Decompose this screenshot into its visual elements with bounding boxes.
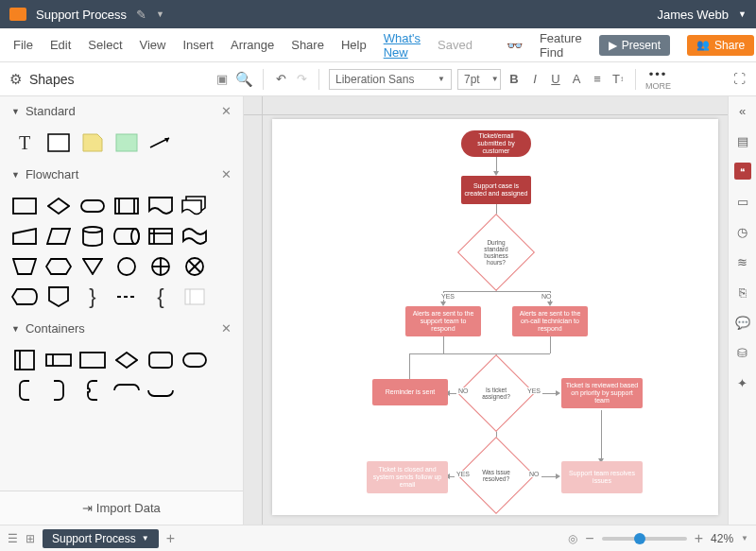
shape-c7[interactable]: [11, 379, 38, 402]
shape-c6[interactable]: [181, 349, 208, 371]
cat-flowchart[interactable]: ▼ Flowchart ✕: [0, 160, 243, 189]
doc-title[interactable]: Support Process: [36, 8, 127, 22]
shape-doc[interactable]: [147, 195, 174, 217]
shape-brace-l[interactable]: {: [147, 285, 174, 308]
shape-c2[interactable]: [45, 349, 72, 371]
shape-internal[interactable]: [147, 225, 174, 248]
shape-dash[interactable]: [113, 285, 140, 308]
collapse-icon[interactable]: «: [734, 102, 751, 119]
cat-containers[interactable]: ▼ Containers ✕: [0, 314, 243, 343]
node-case-created[interactable]: Support case is created and assigned: [461, 176, 531, 204]
list-icon[interactable]: ☰: [8, 532, 18, 545]
node-decision-hours[interactable]: During standard business hours?: [469, 225, 524, 280]
close-icon[interactable]: ✕: [221, 167, 232, 181]
history-icon[interactable]: ◷: [734, 223, 751, 240]
shape-manualop[interactable]: [11, 255, 38, 278]
underline-icon[interactable]: U: [548, 72, 563, 87]
shape-connector[interactable]: [113, 255, 140, 278]
font-size-select[interactable]: 7pt ▼: [457, 69, 501, 90]
font-select[interactable]: Liberation Sans ▼: [329, 69, 452, 90]
shape-rect[interactable]: [45, 131, 72, 154]
fullscreen-icon[interactable]: ⛶: [731, 72, 747, 87]
shape-offpage[interactable]: [45, 285, 72, 308]
shape-prep[interactable]: [45, 255, 72, 278]
node-alerts-team[interactable]: Alerts are sent to the support team to r…: [405, 306, 481, 336]
text-color-icon[interactable]: A: [569, 72, 584, 87]
menu-file[interactable]: File: [13, 38, 33, 52]
close-icon[interactable]: ✕: [221, 321, 232, 336]
grid-icon[interactable]: ⊞: [26, 532, 35, 545]
node-review[interactable]: Ticket is reviewed based on priority by …: [561, 378, 643, 408]
shape-database[interactable]: [79, 225, 106, 248]
share-button[interactable]: 👥 Share: [687, 35, 754, 56]
shape-text[interactable]: T: [11, 131, 38, 154]
shape-c9[interactable]: [79, 379, 106, 402]
export-icon[interactable]: ⎘: [734, 284, 751, 301]
shape-input[interactable]: [11, 225, 38, 248]
text-icon[interactable]: T↕: [610, 72, 626, 87]
menu-insert[interactable]: Insert: [182, 38, 214, 52]
redo-icon[interactable]: ↷: [294, 72, 309, 87]
dropdown-icon[interactable]: ▼: [156, 9, 164, 19]
close-icon[interactable]: ✕: [221, 104, 232, 118]
shape-c4[interactable]: [113, 349, 140, 371]
shape-arrow[interactable]: [147, 131, 174, 154]
shape-decision[interactable]: [45, 195, 72, 217]
shape-note2[interactable]: [181, 285, 208, 308]
zoom-in-icon[interactable]: +: [695, 530, 703, 547]
shape-merge[interactable]: [79, 255, 106, 278]
magic-icon[interactable]: ✦: [734, 374, 751, 391]
image-icon[interactable]: ▣: [216, 72, 228, 86]
zoom-out-icon[interactable]: −: [585, 530, 593, 547]
shape-multi-doc[interactable]: [181, 195, 208, 217]
menu-arrange[interactable]: Arrange: [231, 38, 274, 52]
present-button[interactable]: ▶ Present: [599, 35, 670, 56]
node-decision-assigned[interactable]: Is ticket assigned?: [469, 366, 524, 421]
node-reminder[interactable]: Reminder is sent: [372, 379, 448, 405]
more-icon[interactable]: •••: [649, 67, 668, 81]
page-icon[interactable]: ▤: [734, 132, 751, 149]
user-dropdown-icon[interactable]: ▼: [738, 9, 747, 19]
comment-icon[interactable]: 💬: [734, 314, 751, 331]
menu-edit[interactable]: Edit: [50, 38, 71, 52]
data-icon[interactable]: ⛁: [734, 344, 751, 361]
shape-c5[interactable]: [147, 349, 174, 371]
menu-view[interactable]: View: [140, 38, 166, 52]
shape-tape[interactable]: [181, 225, 208, 248]
shape-predef[interactable]: [113, 195, 140, 217]
binoculars-icon[interactable]: 👓: [507, 38, 523, 53]
node-alerts-oncall[interactable]: Alerts are sent to the on-call technicia…: [512, 306, 588, 336]
import-data-button[interactable]: ⇥ Import Data: [0, 491, 243, 525]
shape-display[interactable]: [11, 285, 38, 308]
menu-select[interactable]: Select: [88, 38, 122, 52]
search-icon[interactable]: 🔍: [235, 71, 253, 88]
canvas[interactable]: Ticket/email submitted by customer Suppo…: [272, 119, 718, 515]
undo-icon[interactable]: ↶: [273, 72, 288, 87]
zoom-slider[interactable]: [602, 537, 687, 541]
page-tab[interactable]: Support Process ▼: [43, 529, 159, 548]
cat-standard[interactable]: ▼ Standard ✕: [0, 96, 243, 126]
user-name[interactable]: James Webb: [657, 8, 729, 22]
bold-icon[interactable]: B: [507, 72, 522, 87]
folder-icon[interactable]: [9, 8, 26, 21]
add-tab-icon[interactable]: +: [166, 530, 175, 547]
shape-direct[interactable]: [113, 225, 140, 248]
shape-c8[interactable]: [45, 379, 72, 402]
shape-process[interactable]: [11, 195, 38, 217]
shape-block[interactable]: [113, 131, 140, 154]
shape-brace-r[interactable]: }: [79, 285, 106, 308]
zoom-fit-icon[interactable]: ◎: [568, 532, 577, 545]
shape-data[interactable]: [45, 225, 72, 248]
shape-sum[interactable]: [147, 255, 174, 278]
shape-c3[interactable]: [79, 349, 106, 371]
shape-c11[interactable]: [147, 379, 174, 402]
italic-icon[interactable]: I: [527, 72, 542, 87]
shape-or[interactable]: [181, 255, 208, 278]
menu-share[interactable]: Share: [291, 38, 324, 52]
edit-title-icon[interactable]: ✎: [136, 8, 146, 22]
node-resolve[interactable]: Support team resolves issues: [561, 461, 643, 493]
feature-find[interactable]: Feature Find: [540, 31, 582, 60]
shape-note[interactable]: [79, 131, 106, 154]
zoom-value[interactable]: 42%: [711, 532, 733, 545]
shape-c10[interactable]: [113, 379, 140, 402]
